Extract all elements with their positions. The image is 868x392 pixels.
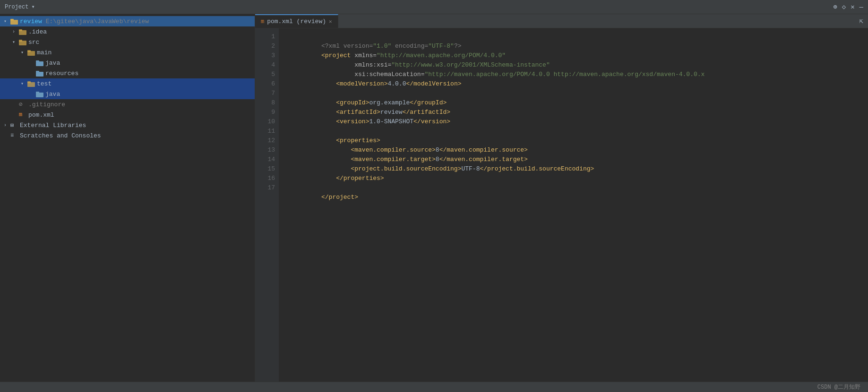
tab-maven-icon: m <box>261 18 264 25</box>
line-numbers: 1 2 3 4 5 6 7 8 9 10 11 12 13 14 15 16 1… <box>255 28 279 382</box>
gitignore-icon: ⊘ <box>19 101 26 108</box>
line-num-9: 9 <box>255 108 275 117</box>
line-num-16: 16 <box>255 174 275 183</box>
svg-rect-9 <box>36 60 39 62</box>
code-content[interactable]: <?xml version="1.0" encoding="UTF-8"?> <… <box>279 28 868 382</box>
code-line-1: <?xml version="1.0" encoding="UTF-8"?> <box>284 32 868 42</box>
tree-label-gitignore: .gitignore <box>28 101 65 108</box>
editor-area: m pom.xml (review) ✕ ⇱ 1 2 3 4 5 6 7 8 9… <box>255 14 868 382</box>
expand-icon-review: ▾ <box>4 18 10 24</box>
folder-icon-review <box>10 18 18 25</box>
folder-icon-main <box>27 50 35 56</box>
tree-item-src[interactable]: ▾ src <box>0 37 255 47</box>
tree-item-test[interactable]: ▾ test <box>0 78 255 89</box>
title-bar-left: Project ▾ <box>5 3 35 10</box>
folder-icon-java-test <box>36 91 43 97</box>
code-line-7: <groupId>org.example</groupId> <box>284 89 868 98</box>
folder-icon-test <box>27 81 35 87</box>
folder-icon-idea <box>19 29 26 35</box>
expand-icon-ext-libs: › <box>4 123 10 128</box>
line-num-17: 17 <box>255 183 275 193</box>
folder-icon-java-main <box>36 60 43 66</box>
tree-item-review[interactable]: ▾ review E:\gitee\java\JavaWeb\review <box>0 16 255 26</box>
editor-settings-icon[interactable]: ⇱ <box>859 17 863 25</box>
line-num-5: 5 <box>255 70 275 79</box>
close-icon[interactable]: ✕ <box>851 3 854 11</box>
code-line-11: <properties> <box>284 127 868 136</box>
expand-icon-idea: › <box>12 29 19 34</box>
tree-label-review: review E:\gitee\java\JavaWeb\review <box>20 18 149 25</box>
expand-icon-main: ▾ <box>21 50 27 55</box>
tree-label-src: src <box>28 39 39 46</box>
ext-libs-icon: ⊞ <box>10 122 18 129</box>
line-num-6: 6 <box>255 79 275 89</box>
line-num-1: 1 <box>255 32 275 42</box>
line-num-3: 3 <box>255 51 275 60</box>
tree-label-ext-libs: External Libraries <box>20 122 86 129</box>
tree-item-main[interactable]: ▾ main <box>0 47 255 58</box>
tree-item-java-test[interactable]: java <box>0 89 255 99</box>
tab-bar-right: ⇱ <box>859 17 868 25</box>
project-label: Project <box>5 4 28 10</box>
svg-rect-1 <box>10 19 14 21</box>
line-num-8: 8 <box>255 98 275 108</box>
line-num-4: 4 <box>255 60 275 70</box>
folder-icon-src <box>19 39 26 45</box>
tree-item-java-main[interactable]: java <box>0 58 255 68</box>
tree-item-pom-xml[interactable]: m pom.xml <box>0 110 255 120</box>
tree-label-scratches: Scratches and Consoles <box>20 132 101 139</box>
line-num-13: 13 <box>255 145 275 155</box>
tree-item-gitignore[interactable]: ⊘ .gitignore <box>0 99 255 110</box>
tree-item-resources[interactable]: resources <box>0 68 255 78</box>
svg-rect-7 <box>27 50 31 52</box>
title-bar: Project ▾ ⊕ ◇ ✕ — <box>0 0 868 14</box>
watermark-text: CSDN @二月知野 <box>817 383 860 391</box>
tree-view: ▾ review E:\gitee\java\JavaWeb\review › <box>0 14 255 382</box>
tab-label: pom.xml (review) <box>267 18 326 25</box>
svg-rect-11 <box>36 71 39 73</box>
tree-item-external-libs[interactable]: › ⊞ External Libraries <box>0 120 255 130</box>
line-num-12: 12 <box>255 136 275 145</box>
tree-label-main: main <box>37 49 52 56</box>
code-line-17: </project> <box>284 183 868 193</box>
project-chevron[interactable]: ▾ <box>31 3 34 10</box>
tab-close-button[interactable]: ✕ <box>329 18 332 25</box>
svg-rect-5 <box>19 40 22 42</box>
tree-label-java-test: java <box>45 91 60 98</box>
code-editor: 1 2 3 4 5 6 7 8 9 10 11 12 13 14 15 16 1… <box>255 28 868 382</box>
main-layout: ▾ review E:\gitee\java\JavaWeb\review › <box>0 14 868 382</box>
line-num-10: 10 <box>255 117 275 127</box>
line-num-11: 11 <box>255 127 275 136</box>
diamond-icon[interactable]: ◇ <box>842 3 846 11</box>
tree-label-test: test <box>37 80 52 87</box>
tree-item-scratches[interactable]: ≡ Scratches and Consoles <box>0 130 255 141</box>
tree-item-idea[interactable]: › .idea <box>0 26 255 37</box>
pom-icon: m <box>19 111 26 118</box>
line-num-2: 2 <box>255 42 275 51</box>
folder-icon-resources <box>36 70 43 77</box>
minimize-icon[interactable]: — <box>859 3 863 11</box>
scratches-icon: ≡ <box>10 132 18 139</box>
title-bar-icons: ⊕ ◇ ✕ — <box>833 3 863 11</box>
tree-label-pom: pom.xml <box>28 111 54 119</box>
tab-pom-xml[interactable]: m pom.xml (review) ✕ <box>255 14 338 28</box>
line-num-7: 7 <box>255 89 275 98</box>
expand-icon-test: ▾ <box>21 81 27 86</box>
tab-bar: m pom.xml (review) ✕ ⇱ <box>255 14 868 28</box>
svg-rect-3 <box>19 29 22 31</box>
tree-label-idea: .idea <box>28 28 47 35</box>
tree-label-java-main: java <box>45 60 60 67</box>
line-num-15: 15 <box>255 164 275 174</box>
svg-rect-13 <box>27 81 31 83</box>
svg-rect-15 <box>36 92 39 94</box>
sidebar: ▾ review E:\gitee\java\JavaWeb\review › <box>0 14 255 382</box>
expand-icon-src: ▾ <box>12 39 19 45</box>
line-num-14: 14 <box>255 155 275 164</box>
bottom-bar: CSDN @二月知野 <box>0 382 868 392</box>
tree-label-resources: resources <box>45 70 78 77</box>
add-icon[interactable]: ⊕ <box>833 3 837 11</box>
